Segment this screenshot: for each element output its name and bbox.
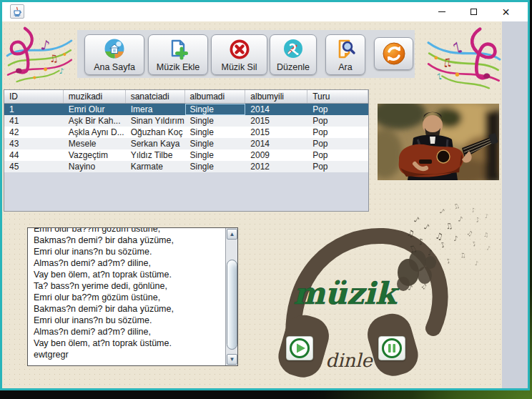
maximize-button[interactable] [458, 2, 490, 21]
table-header-row: IDmuzikadisanatciadialbumadialbumyiliTur… [4, 90, 368, 104]
scrollbar-thumb[interactable] [227, 260, 237, 350]
table-column-header[interactable]: muzikadi [64, 90, 126, 103]
table-cell[interactable]: 45 [4, 161, 64, 172]
table-cell[interactable]: Yıldız Tilbe [126, 149, 185, 161]
add-music-button[interactable]: Müzik Ekle [148, 34, 208, 75]
table-cell[interactable]: Single [185, 149, 246, 161]
table-cell[interactable]: Karmate [126, 161, 185, 172]
table-cell[interactable]: Single [185, 161, 246, 172]
guitarist-photo [378, 104, 499, 180]
edit-button[interactable]: Düzenle [270, 34, 317, 75]
home-button[interactable]: Ana Sayfa [84, 34, 144, 75]
music-notes-decoration-left: ♪ ♫ ♪ [4, 24, 73, 86]
close-button[interactable]: × [490, 2, 522, 21]
table-cell[interactable]: Aşkla Aynı D... [64, 127, 126, 138]
table-cell[interactable]: Nayino [64, 161, 126, 172]
music-note-icon: ♪ [413, 215, 421, 225]
scrollbar-up-button[interactable]: ▲ [227, 229, 237, 240]
table-cell[interactable]: Vazgeçtim [64, 149, 126, 161]
lyrics-scrollbar[interactable]: ▲ ▼ [225, 228, 237, 365]
muzik-word: müzik [293, 276, 400, 311]
table-cell[interactable]: Serkan Kaya [126, 138, 185, 149]
table-column-header[interactable]: albumadi [185, 90, 246, 103]
table-cell[interactable]: Single [185, 138, 246, 149]
title-bar[interactable]: × [2, 2, 528, 21]
close-icon: × [502, 9, 510, 16]
music-note-icon: ♪ [439, 240, 447, 250]
table-cell[interactable]: 2014 [245, 104, 307, 115]
java-app-icon [10, 4, 24, 19]
table-cell[interactable]: 41 [4, 115, 64, 127]
table-column-header[interactable]: ID [4, 90, 64, 103]
lyric-line: Almas?n demi? ad?m? diline, [34, 326, 222, 338]
table-cell[interactable]: 44 [4, 149, 64, 161]
lyric-line: Vay ben ölem, at?n toprak üstüme. [34, 269, 222, 280]
table-cell[interactable]: 1 [4, 104, 64, 115]
app-window: × ♪ ♫ ♪ ♪ ♫ ♪ [0, 0, 530, 390]
table-cell[interactable]: Single [185, 127, 246, 138]
table-row[interactable]: 43MeseleSerkan KayaSingle2014Pop [4, 138, 368, 149]
table-cell[interactable]: Pop [307, 127, 368, 138]
search-button-label: Ara [338, 62, 352, 72]
table-cell[interactable]: Mesele [64, 138, 126, 149]
lyric-line: Vay ben ölem, at?n toprak üstüme. [34, 338, 222, 349]
delete-icon [228, 38, 251, 61]
pause-icon [381, 338, 403, 359]
tools-icon [282, 38, 304, 59]
table-column-header[interactable]: albumyili [245, 90, 307, 103]
music-table[interactable]: IDmuzikadisanatciadialbumadialbumyiliTur… [4, 89, 369, 212]
music-note-icon: ♪ [453, 235, 458, 242]
music-note-icon: ♫ [483, 232, 488, 238]
svg-text:♪: ♪ [450, 38, 463, 57]
table-cell[interactable]: Pop [307, 161, 368, 172]
refresh-icon [382, 41, 406, 66]
table-cell[interactable]: Aşk Bir Kah... [64, 115, 126, 127]
scrollbar-down-button[interactable]: ▼ [227, 354, 237, 365]
table-column-header[interactable]: Turu [307, 90, 368, 103]
music-note-icon: ♪ [475, 216, 481, 224]
refresh-button[interactable] [374, 37, 413, 70]
lyric-line: ewtgregr [34, 349, 222, 360]
table-row[interactable]: 41Aşk Bir Kah...Sinan YıldırımSingle2015… [4, 115, 368, 127]
table-cell[interactable]: Pop [307, 104, 368, 115]
pause-button[interactable] [378, 336, 405, 360]
table-row[interactable]: 1Emri OlurImeraSingle2014Pop [4, 104, 368, 115]
add-music-button-label: Müzik Ekle [157, 62, 200, 72]
play-button[interactable] [286, 336, 313, 360]
table-cell[interactable]: Single [185, 104, 246, 115]
table-cell[interactable]: Sinan Yıldırım [126, 115, 185, 127]
lyrics-text[interactable]: Emri olur ba??m gözüm üstüne,Bakmas?n de… [28, 228, 225, 365]
table-row[interactable]: 42Aşkla Aynı D...Oğuzhan KoçSingle2015Po… [4, 127, 368, 138]
table-cell[interactable]: Imera [126, 104, 185, 115]
table-column-header[interactable]: sanatciadi [126, 90, 185, 103]
table-row[interactable]: 45NayinoKarmateSingle2012Pop [4, 161, 368, 172]
music-note-icon: ♪ [486, 245, 491, 252]
lyrics-textarea[interactable]: Emri olur ba??m gözüm üstüne,Bakmas?n de… [27, 227, 238, 366]
music-note-icon: ♪ [485, 213, 488, 220]
table-cell[interactable]: Pop [307, 138, 368, 149]
table-row[interactable]: 44VazgeçtimYıldız TilbeSingle2009Pop [4, 149, 368, 161]
search-button[interactable]: Ara [325, 34, 365, 75]
table-cell[interactable]: Oğuzhan Koç [126, 127, 185, 138]
table-cell[interactable]: 2009 [245, 149, 307, 161]
table-cell[interactable]: 43 [4, 138, 64, 149]
table-cell[interactable]: Pop [307, 115, 368, 127]
music-note-icon: ♪ [438, 207, 446, 216]
table-cell[interactable]: Emri Olur [64, 104, 126, 115]
music-note-icon: ♪ [428, 248, 433, 257]
table-cell[interactable]: 2014 [245, 138, 307, 149]
table-cell[interactable]: 2012 [245, 161, 307, 172]
table-cell[interactable]: 2015 [245, 115, 307, 127]
table-cell[interactable]: 42 [4, 127, 64, 138]
table-cell[interactable]: Pop [307, 149, 368, 161]
music-note-icon: ♪ [471, 240, 478, 248]
music-note-icon: ♫ [445, 221, 454, 232]
minimize-button[interactable] [425, 2, 458, 21]
lyric-line: Ta? bass?n yerime dedi, gönlüne, [34, 280, 222, 292]
scrollbar-down-icon: ▼ [230, 356, 235, 363]
table-cell[interactable]: Single [185, 115, 246, 127]
home-icon [104, 38, 125, 59]
table-cell[interactable]: 2015 [245, 127, 307, 138]
delete-music-button[interactable]: Müzik Sil [211, 34, 267, 75]
lyric-line: Emri olur inans?n bu sözüme. [34, 315, 222, 326]
